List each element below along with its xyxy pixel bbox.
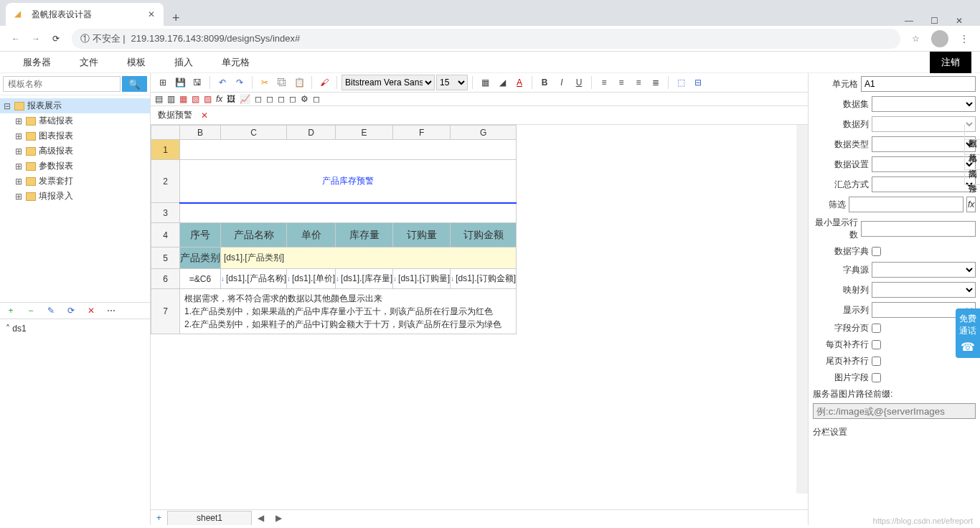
side-tab-condition[interactable]: 条件 xyxy=(965,170,980,185)
document-tab[interactable]: 数据预警 ✕ xyxy=(151,106,808,125)
tool-icon[interactable]: ◻ xyxy=(255,94,262,104)
col-header[interactable]: E xyxy=(336,126,393,140)
tree-item[interactable]: ⊞高级报表 xyxy=(0,143,150,159)
delete-icon[interactable]: ✕ xyxy=(86,306,96,316)
header-cell[interactable]: 库存量 xyxy=(336,223,393,248)
fillrow-checkbox[interactable] xyxy=(872,340,881,349)
col-header[interactable]: B xyxy=(180,126,221,140)
new-tab-button[interactable]: + xyxy=(164,11,189,26)
font-select[interactable]: Bitstream Vera Sans xyxy=(341,75,435,90)
nav-left-icon[interactable]: ◀ xyxy=(252,513,270,523)
preview-icon[interactable]: ⊞ xyxy=(155,75,171,90)
fx-button[interactable]: fx xyxy=(966,197,976,212)
side-tab-data[interactable]: 数据 xyxy=(965,125,980,140)
copy-icon[interactable]: ⿻ xyxy=(274,75,290,90)
underline-icon[interactable]: U xyxy=(571,75,587,90)
imgprefix-input[interactable] xyxy=(813,403,976,419)
datatype-select[interactable] xyxy=(872,136,976,152)
row-header[interactable]: 2 xyxy=(151,160,180,203)
reload-button[interactable]: ⟳ xyxy=(46,29,66,49)
cut-icon[interactable]: ✂ xyxy=(257,75,273,90)
spreadsheet[interactable]: B C D E F G 1 2产品库存预警 3 4 序号 产品名称 单价 xyxy=(151,125,808,509)
nav-right-icon[interactable]: ▶ xyxy=(270,513,288,523)
vertical-scrollbar[interactable] xyxy=(796,125,808,494)
header-cell[interactable]: 订购量 xyxy=(393,223,451,248)
row-header[interactable]: 5 xyxy=(151,248,180,269)
filter-input[interactable] xyxy=(849,197,963,212)
tool-icon[interactable]: ▨ xyxy=(204,94,212,104)
category-value-cell[interactable]: [ds1].[产品类别] xyxy=(221,248,517,269)
data-cell[interactable]: =&C6 xyxy=(180,269,221,289)
tool-icon[interactable]: ▤ xyxy=(155,94,163,104)
paste-icon[interactable]: 📋 xyxy=(291,75,307,90)
side-tab-advanced[interactable]: 高级 xyxy=(965,155,980,170)
tree-item[interactable]: ⊞填报录入 xyxy=(0,189,150,204)
minus-icon[interactable]: − xyxy=(26,306,36,316)
tailfill-checkbox[interactable] xyxy=(872,357,881,366)
data-cell[interactable]: ↓[ds1].[库存量] xyxy=(336,269,393,289)
select-all-corner[interactable] xyxy=(151,126,180,140)
category-label-cell[interactable]: 产品类别 xyxy=(180,248,221,269)
add-icon[interactable]: + xyxy=(6,306,16,316)
save-icon[interactable]: 💾 xyxy=(172,75,188,90)
profile-avatar[interactable] xyxy=(931,30,948,47)
row-header[interactable]: 4 xyxy=(151,223,180,248)
close-icon[interactable]: ✕ xyxy=(201,110,208,121)
tool-icon[interactable]: ▦ xyxy=(179,94,187,104)
dataset-select[interactable] xyxy=(872,96,976,112)
header-cell[interactable]: 产品名称 xyxy=(221,223,287,248)
row-header[interactable]: 3 xyxy=(151,203,180,223)
template-search-input[interactable] xyxy=(3,76,121,92)
font-color-icon[interactable]: A xyxy=(512,75,527,90)
close-icon[interactable]: ✕ xyxy=(148,9,155,19)
align-right-icon[interactable]: ≡ xyxy=(631,75,646,90)
tree-root[interactable]: ⊟报表展示 xyxy=(0,98,150,113)
header-cell[interactable]: 订购金额 xyxy=(451,223,517,248)
tool-icon[interactable]: ◻ xyxy=(289,94,296,104)
dict-checkbox[interactable] xyxy=(872,247,881,256)
border-icon[interactable]: ▦ xyxy=(477,75,493,90)
fill-color-icon[interactable]: ◢ xyxy=(494,75,510,90)
cell[interactable] xyxy=(180,203,517,223)
align-left-icon[interactable]: ≡ xyxy=(596,75,612,90)
minimize-icon[interactable]: — xyxy=(905,16,913,26)
search-button[interactable]: 🔍 xyxy=(122,76,147,92)
data-cell[interactable]: ↓[ds1].[订购量] xyxy=(393,269,451,289)
fx-icon[interactable]: fx xyxy=(216,94,222,104)
row-header[interactable]: 6 xyxy=(151,269,180,289)
cell[interactable] xyxy=(180,140,517,160)
data-cell[interactable]: ↓[ds1].[产品名称] xyxy=(221,269,287,289)
browser-tab[interactable]: ◢ 盈帆报表设计器 ✕ xyxy=(6,3,164,26)
align-justify-icon[interactable]: ≣ xyxy=(648,75,664,90)
size-select[interactable]: 15 xyxy=(436,75,468,90)
fieldpage-checkbox[interactable] xyxy=(872,324,881,333)
url-field[interactable]: ① 不安全 | 219.139.176.143:8099/designSys/i… xyxy=(72,29,900,49)
bold-icon[interactable]: B xyxy=(537,75,552,90)
row-header[interactable]: 7 xyxy=(151,289,180,334)
col-header[interactable]: F xyxy=(393,126,451,140)
refresh-icon[interactable]: ⟳ xyxy=(66,306,76,316)
header-cell[interactable]: 序号 xyxy=(180,223,221,248)
col-header[interactable]: G xyxy=(451,126,517,140)
tool-icon[interactable]: ▥ xyxy=(167,94,175,104)
edit-icon[interactable]: ✎ xyxy=(46,306,56,316)
menu-cell[interactable]: 单元格 xyxy=(207,56,264,69)
col-header[interactable]: D xyxy=(287,126,336,140)
gear-icon[interactable]: ⚙ xyxy=(301,94,308,104)
tool-icon[interactable]: ◻ xyxy=(278,94,285,104)
unmerge-icon[interactable]: ⊟ xyxy=(690,75,706,90)
redo-icon[interactable]: ↷ xyxy=(232,75,248,90)
data-cell[interactable]: ↓[ds1].[订购金额] xyxy=(451,269,517,289)
merge-icon[interactable]: ⬚ xyxy=(673,75,689,90)
datasource-item[interactable]: ˄ ds1 xyxy=(6,322,144,335)
tree-item[interactable]: ⊞图表报表 xyxy=(0,128,150,143)
close-window-icon[interactable]: ✕ xyxy=(956,16,963,26)
tool-icon[interactable]: ◻ xyxy=(313,94,320,104)
minrows-input[interactable] xyxy=(861,221,976,237)
align-center-icon[interactable]: ≡ xyxy=(613,75,629,90)
italic-icon[interactable]: I xyxy=(554,75,570,90)
row-header[interactable]: 1 xyxy=(151,140,180,160)
saveas-icon[interactable]: 🖫 xyxy=(189,75,205,90)
menu-template[interactable]: 模板 xyxy=(113,56,160,69)
menu-insert[interactable]: 插入 xyxy=(160,56,207,69)
